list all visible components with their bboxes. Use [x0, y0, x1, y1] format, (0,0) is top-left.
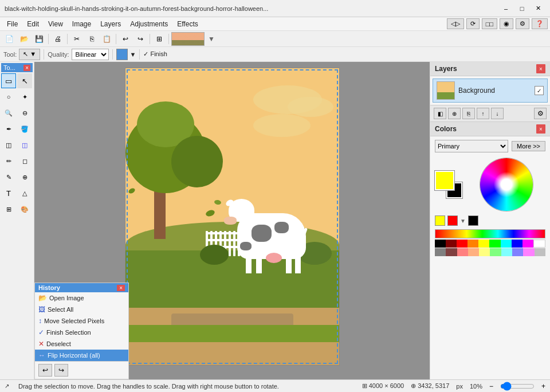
- cut-btn[interactable]: ✂: [70, 33, 84, 45]
- settings-btn[interactable]: ⚙: [516, 18, 529, 29]
- open-btn[interactable]: 📂: [17, 33, 31, 45]
- menu-view[interactable]: View: [44, 19, 68, 29]
- layers-btn-add[interactable]: ⊕: [448, 108, 461, 119]
- history-item-finish[interactable]: ✓ Finish Selection: [35, 327, 128, 338]
- image-thumbnail[interactable]: [171, 32, 205, 46]
- palette-yellow[interactable]: [478, 240, 489, 248]
- crop-tool[interactable]: ⊞: [1, 202, 16, 217]
- undo-btn[interactable]: ↩: [119, 33, 132, 45]
- history-item-open[interactable]: 📂 Open Image: [35, 292, 128, 304]
- undo-history-btn[interactable]: ↩: [38, 364, 52, 377]
- zoom-in-tool[interactable]: 🔍: [1, 105, 16, 120]
- colors-close-btn[interactable]: ×: [536, 124, 545, 134]
- palette-magenta[interactable]: [522, 240, 533, 248]
- palette-darkpink[interactable]: [446, 248, 457, 256]
- quality-select[interactable]: Bilinear Nearest Bicubic: [72, 49, 109, 60]
- menu-edit[interactable]: Edit: [22, 19, 44, 29]
- palette-gray[interactable]: [435, 248, 446, 256]
- gradient-tool[interactable]: ◫: [1, 138, 16, 152]
- toolbox-close[interactable]: ×: [23, 65, 30, 71]
- zoom-out-tool[interactable]: ⊖: [17, 105, 32, 120]
- save-btn[interactable]: 💾: [32, 33, 46, 45]
- print-btn[interactable]: 🖨: [51, 33, 65, 45]
- palette-lightmagenta[interactable]: [523, 248, 534, 256]
- palette-cyan[interactable]: [501, 240, 512, 248]
- palette-lightcyan[interactable]: [501, 248, 512, 256]
- redo-btn[interactable]: ↪: [133, 33, 147, 45]
- eraser-tool[interactable]: ◻: [17, 154, 32, 168]
- new-btn[interactable]: 📄: [2, 33, 16, 45]
- history-item-deselect[interactable]: ✕ Deselect: [35, 338, 128, 350]
- paste-btn[interactable]: 📋: [100, 33, 113, 45]
- paint-bucket-tool[interactable]: 🪣: [17, 121, 32, 136]
- color-wheel[interactable]: [480, 158, 533, 211]
- minimize-button[interactable]: –: [498, 3, 513, 14]
- redo-history-btn[interactable]: ↪: [54, 364, 68, 377]
- eyedropper-tool[interactable]: ✒: [1, 121, 16, 136]
- shapes-tool[interactable]: △: [17, 186, 32, 201]
- palette-lightred[interactable]: [457, 248, 468, 256]
- layers-btn-copy[interactable]: ⎘: [462, 108, 475, 119]
- palette-orange[interactable]: [467, 240, 478, 248]
- layers-btn-up[interactable]: ↑: [477, 108, 489, 119]
- layers-gear-btn[interactable]: ⚙: [534, 108, 547, 119]
- palette-blue[interactable]: [512, 240, 522, 248]
- color-btn[interactable]: ◉: [500, 18, 513, 29]
- menu-layers[interactable]: Layers: [96, 19, 125, 29]
- palette-lightblue[interactable]: [512, 248, 523, 256]
- palette-darkred[interactable]: [446, 240, 457, 248]
- pencil-tool[interactable]: ✎: [1, 170, 16, 185]
- palette-red[interactable]: [457, 240, 467, 248]
- cp-swatch-yellow[interactable]: [435, 215, 445, 226]
- menu-file[interactable]: File: [2, 19, 22, 29]
- grid-btn[interactable]: ⊞: [152, 33, 166, 45]
- recolor-tool[interactable]: ◫: [17, 138, 32, 152]
- menu-image[interactable]: Image: [68, 19, 96, 29]
- copy-btn[interactable]: ⎘: [85, 33, 99, 45]
- layers-btn-select[interactable]: ◧: [434, 108, 446, 119]
- palette-lightyellow[interactable]: [479, 248, 490, 256]
- palette-black[interactable]: [435, 240, 446, 248]
- layer-item-background[interactable]: Background ✓: [433, 79, 548, 103]
- cp-swatch-red[interactable]: [447, 215, 458, 226]
- cp-swatch-black[interactable]: [468, 215, 478, 226]
- history-item-flip[interactable]: ↔ Flip Horizontal (all): [35, 350, 128, 361]
- palette-peach[interactable]: [468, 248, 479, 256]
- menu-adjustments[interactable]: Adjustments: [125, 19, 172, 29]
- tool-dropdown[interactable]: ↖ ▼: [19, 49, 40, 60]
- text-tool[interactable]: T: [1, 186, 16, 201]
- zoom-in-status-btn[interactable]: +: [541, 382, 545, 390]
- color-indicator[interactable]: [116, 49, 128, 60]
- palette-lightgreen[interactable]: [490, 248, 501, 256]
- layer-visibility-check[interactable]: ✓: [535, 86, 544, 95]
- history-close[interactable]: ×: [117, 285, 125, 291]
- nav-back-btn[interactable]: ◁▷: [447, 18, 464, 29]
- wand-tool[interactable]: ✦: [17, 89, 32, 104]
- dropdown-arrow[interactable]: ▼: [130, 51, 136, 58]
- refresh-btn[interactable]: ⟳: [466, 18, 480, 29]
- brush-tool[interactable]: ✏: [1, 154, 16, 168]
- recolor2-tool[interactable]: 🎨: [17, 202, 32, 217]
- menu-effects[interactable]: Effects: [172, 19, 202, 29]
- tab-arrow[interactable]: ▼: [208, 35, 215, 43]
- view-btn[interactable]: □□: [482, 18, 497, 29]
- lasso-tool[interactable]: ○: [1, 89, 16, 104]
- clone-tool[interactable]: ⊕: [17, 170, 32, 185]
- zoom-slider[interactable]: [500, 382, 535, 391]
- history-item-selectall[interactable]: 🖼 Select All: [35, 304, 128, 315]
- help-btn[interactable]: ❓: [532, 18, 548, 29]
- palette-lightgray[interactable]: [535, 248, 545, 256]
- layers-close-btn[interactable]: ×: [536, 64, 545, 73]
- move-tool[interactable]: ↖: [17, 73, 32, 88]
- colors-mode-select[interactable]: Primary Secondary: [435, 140, 508, 152]
- select-rect-tool[interactable]: ▭: [1, 73, 16, 88]
- palette-green[interactable]: [489, 240, 500, 248]
- layers-btn-down[interactable]: ↓: [491, 108, 504, 119]
- zoom-out-status-btn[interactable]: −: [489, 382, 493, 390]
- color-gradient-strip[interactable]: [435, 229, 545, 238]
- close-button[interactable]: ✕: [531, 3, 545, 14]
- finish-button[interactable]: ✓ Finish: [143, 50, 167, 58]
- history-item-move[interactable]: ↕ Move Selected Pixels: [35, 315, 128, 327]
- palette-white[interactable]: [533, 240, 545, 248]
- maximize-button[interactable]: □: [514, 3, 529, 14]
